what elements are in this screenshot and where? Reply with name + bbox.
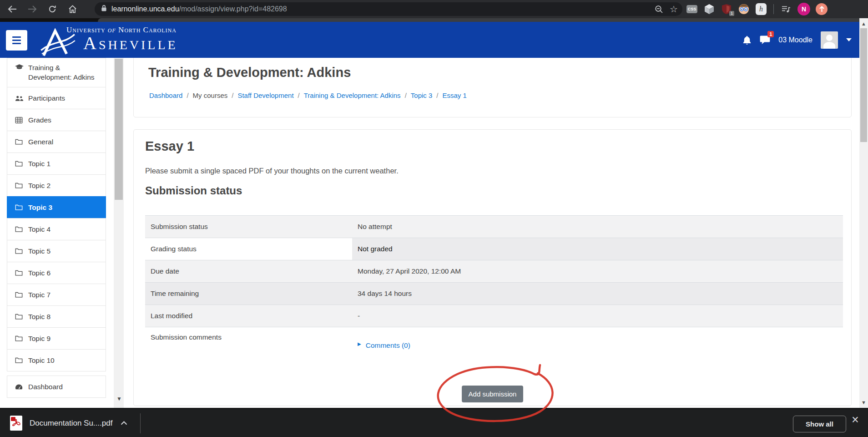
unca-logo[interactable]: University of North Carolina Asheville bbox=[40, 25, 178, 52]
breadcrumb: Dashboard / My courses / Staff Developme… bbox=[149, 91, 467, 99]
h-extension-icon[interactable]: h bbox=[755, 3, 767, 15]
logo-line2: Asheville bbox=[83, 35, 178, 52]
breadcrumb-link[interactable]: Essay 1 bbox=[443, 91, 467, 99]
comments-expand-icon: ▶ bbox=[358, 341, 361, 346]
face-extension-icon[interactable] bbox=[738, 3, 750, 15]
downloaded-file-chip[interactable]: Documentation Su....pdf bbox=[10, 416, 127, 431]
folder-icon bbox=[15, 357, 24, 363]
folder-icon bbox=[15, 248, 24, 254]
sidebar-item-topic-6[interactable]: Topic 6 bbox=[7, 262, 106, 284]
graduation-cap-icon bbox=[15, 64, 24, 71]
menu-toggle-button[interactable] bbox=[6, 30, 27, 51]
breadcrumb-item-dashboard: Dashboard / bbox=[149, 91, 193, 99]
assignment-title: Essay 1 bbox=[145, 139, 194, 154]
scroll-down-icon[interactable]: ▼ bbox=[859, 400, 868, 405]
status-value: Not graded bbox=[358, 245, 393, 253]
sidebar-item-dashboard[interactable]: Dashboard bbox=[7, 376, 106, 398]
sidebar-item-topic-1[interactable]: Topic 1 bbox=[7, 152, 106, 175]
assignment-card: Essay 1 Please submit a single spaced PD… bbox=[133, 129, 852, 406]
breadcrumb-separator: / bbox=[405, 91, 407, 99]
reload-icon[interactable] bbox=[45, 1, 60, 17]
status-label: Last modified bbox=[151, 312, 192, 320]
folder-icon bbox=[15, 314, 24, 320]
scroll-up-icon[interactable]: ▲ bbox=[859, 21, 868, 26]
media-controls-icon[interactable] bbox=[780, 3, 792, 15]
add-submission-button[interactable]: Add submission bbox=[462, 386, 524, 402]
bookmark-star-icon[interactable]: ☆ bbox=[670, 5, 678, 14]
home-icon[interactable] bbox=[65, 1, 80, 17]
sidebar-item-list: Training & Development: Adkins Participa… bbox=[7, 58, 106, 398]
zoom-out-icon[interactable] bbox=[655, 5, 663, 14]
folder-icon bbox=[15, 204, 24, 210]
breadcrumb-item-staff-development: Staff Development / bbox=[237, 91, 303, 99]
messages-icon[interactable]: 1 bbox=[760, 35, 770, 45]
download-options-caret-icon[interactable] bbox=[121, 421, 127, 425]
back-icon[interactable] bbox=[5, 1, 20, 17]
sidebar-item-topic-7[interactable]: Topic 7 bbox=[7, 284, 106, 306]
user-menu-caret-icon[interactable] bbox=[846, 38, 852, 41]
status-label: Time remaining bbox=[151, 290, 199, 298]
downloads-divider bbox=[140, 413, 141, 433]
status-row-time-remaining: Time remaining ▶34 days 14 hours bbox=[145, 282, 843, 305]
css-extension-icon[interactable]: CSS bbox=[686, 3, 698, 15]
sidebar-item-participants[interactable]: Participants bbox=[7, 87, 106, 109]
sidebar-item-topic-5[interactable]: Topic 5 bbox=[7, 240, 106, 262]
sidebar-scrollbar-thumb[interactable] bbox=[115, 59, 123, 200]
users-icon bbox=[15, 95, 24, 102]
breadcrumb-link[interactable]: Topic 3 bbox=[411, 91, 433, 99]
sidebar-item-topic-10[interactable]: Topic 10 bbox=[7, 349, 106, 371]
folder-icon bbox=[15, 161, 24, 167]
status-value: - bbox=[358, 312, 360, 320]
page-scrollbar-thumb[interactable] bbox=[860, 28, 867, 142]
forward-icon[interactable] bbox=[25, 1, 40, 17]
folder-icon bbox=[15, 292, 24, 298]
sidebar-item-training-development-adkins[interactable]: Training & Development: Adkins bbox=[7, 58, 106, 87]
sidebar-item-general[interactable]: General bbox=[7, 131, 106, 153]
grades-table-icon bbox=[15, 117, 24, 123]
status-value[interactable]: Comments (0) bbox=[366, 341, 410, 350]
browser-toolbar: learnonline.unca.edu/mod/assign/view.php… bbox=[0, 0, 868, 18]
course-nav-drawer: Training & Development: Adkins Participa… bbox=[0, 58, 127, 408]
breadcrumb-item-training-development-adkins: Training & Development: Adkins / bbox=[304, 91, 411, 99]
breadcrumb-link[interactable]: Training & Development: Adkins bbox=[304, 91, 401, 99]
folder-icon bbox=[15, 183, 24, 188]
folder-icon bbox=[15, 226, 24, 232]
user-name-label: 03 Moodle bbox=[778, 36, 812, 44]
submission-status-table: Submission status ▶No attempt Grading st… bbox=[145, 215, 843, 361]
shield-extension-icon[interactable]: 1 bbox=[721, 3, 732, 15]
status-row-last-modified: Last modified ▶- bbox=[145, 305, 843, 327]
dashboard-gauge-icon bbox=[15, 384, 24, 390]
cube-extension-icon[interactable] bbox=[703, 3, 715, 15]
breadcrumb-separator: / bbox=[436, 91, 438, 99]
sidebar-item-topic-4[interactable]: Topic 4 bbox=[7, 218, 106, 240]
sidebar-item-topic-8[interactable]: Topic 8 bbox=[7, 305, 106, 328]
page-scrollbar[interactable]: ▲ ▼ bbox=[859, 18, 868, 408]
unca-logo-mark bbox=[40, 28, 76, 59]
sidebar-scrollbar[interactable] bbox=[114, 58, 124, 408]
window-edge-strip bbox=[0, 18, 868, 22]
user-avatar[interactable] bbox=[821, 31, 838, 49]
browser-update-icon[interactable] bbox=[816, 3, 828, 15]
page-header-card: Training & Development: Adkins Dashboard… bbox=[133, 54, 852, 117]
breadcrumb-separator: / bbox=[232, 91, 233, 99]
status-value: 34 days 14 hours bbox=[358, 290, 412, 298]
close-downloads-bar-icon[interactable]: × bbox=[852, 413, 859, 427]
sidebar-item-topic-3[interactable]: Topic 3 bbox=[7, 196, 106, 218]
course-title: Training & Development: Adkins bbox=[148, 65, 351, 80]
sidebar-item-grades[interactable]: Grades bbox=[7, 109, 106, 131]
address-bar[interactable]: learnonline.unca.edu/mod/assign/view.php… bbox=[95, 2, 682, 16]
sidebar-item-topic-9[interactable]: Topic 9 bbox=[7, 327, 106, 350]
assignment-description: Please submit a single spaced PDF of you… bbox=[145, 167, 399, 175]
breadcrumb-link[interactable]: Dashboard bbox=[149, 91, 182, 99]
toolbar-divider bbox=[773, 4, 774, 14]
notifications-bell-icon[interactable] bbox=[742, 35, 752, 45]
status-label: Submission comments bbox=[151, 333, 222, 341]
sidebar-item-topic-2[interactable]: Topic 2 bbox=[7, 174, 106, 197]
breadcrumb-link[interactable]: Staff Development bbox=[237, 91, 293, 99]
sidebar-scroll-down-icon[interactable]: ▼ bbox=[116, 396, 122, 402]
submission-status-heading: Submission status bbox=[145, 184, 242, 197]
site-header: University of North Carolina Asheville 1… bbox=[0, 22, 868, 58]
status-label: Submission status bbox=[151, 223, 208, 231]
show-all-downloads-button[interactable]: Show all bbox=[793, 416, 846, 432]
browser-profile-avatar[interactable]: N bbox=[797, 3, 810, 15]
